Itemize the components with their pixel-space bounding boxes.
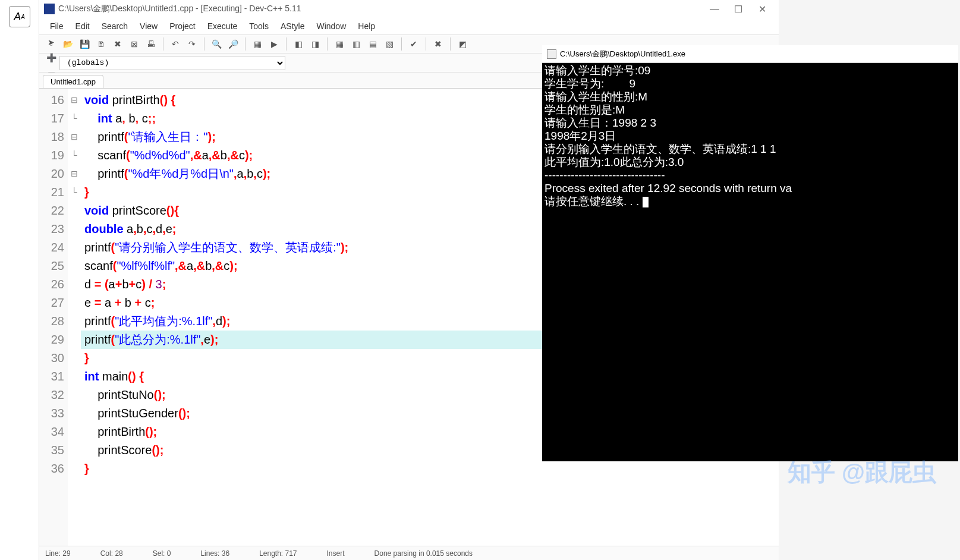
font-size-label: A xyxy=(14,11,21,23)
line-number: 30 xyxy=(39,349,64,367)
line-number: 35 xyxy=(39,441,64,460)
toolbar-separator xyxy=(245,37,245,51)
line-number: 29 xyxy=(39,331,64,349)
window-title: C:\Users\金鹏\Desktop\Untitled1.cpp - [Exe… xyxy=(58,4,301,14)
profile-icon[interactable]: ◩ xyxy=(455,36,470,52)
tab-untitled1[interactable]: Untitled1.cpp xyxy=(43,75,103,88)
menu-file[interactable]: File xyxy=(44,19,70,33)
save-all-icon[interactable]: 🗎 xyxy=(93,36,109,52)
fold-marker[interactable]: ⊟ xyxy=(68,165,81,183)
code-line[interactable]: } xyxy=(84,460,775,478)
line-number: 33 xyxy=(39,404,64,423)
console-line: 请输入生日：1998 2 3 xyxy=(544,117,956,130)
font-size-icon[interactable]: AA xyxy=(9,6,30,27)
find-icon[interactable]: 🔍 xyxy=(209,36,224,52)
console-icon xyxy=(547,49,556,59)
grid3-icon[interactable]: ▤ xyxy=(365,36,380,52)
menu-project[interactable]: Project xyxy=(163,19,202,33)
line-number: 34 xyxy=(39,423,64,441)
close-button[interactable]: ✕ xyxy=(750,0,774,18)
grid1-icon[interactable]: ▦ xyxy=(332,36,347,52)
debug-icon[interactable]: ◧ xyxy=(291,36,306,52)
line-number: 23 xyxy=(39,220,64,238)
toolbar-separator xyxy=(204,37,204,51)
app-icon xyxy=(44,4,55,14)
fold-marker[interactable]: └ xyxy=(68,183,81,202)
run-icon[interactable]: ▶ xyxy=(266,36,282,52)
console-title-text: C:\Users\金鹏\Desktop\Untitled1.exe xyxy=(560,48,685,61)
menu-help[interactable]: Help xyxy=(352,19,381,33)
status-parse: Done parsing in 0.015 seconds xyxy=(374,549,473,558)
replace-icon[interactable]: 🔎 xyxy=(225,36,241,52)
debug-run-icon[interactable]: ◨ xyxy=(307,36,323,52)
save-icon[interactable]: 💾 xyxy=(77,36,92,52)
fold-marker[interactable]: └ xyxy=(68,109,81,128)
grid4-icon[interactable]: ▧ xyxy=(382,36,397,52)
console-line: 此平均值为:1.0此总分为:3.0 xyxy=(544,156,956,169)
toolbar-separator xyxy=(426,37,426,51)
close-icon[interactable]: ✖ xyxy=(110,36,125,52)
menu-edit[interactable]: Edit xyxy=(70,19,96,33)
status-lines: Lines: 36 xyxy=(200,549,229,558)
open-icon[interactable]: 📂 xyxy=(60,36,75,52)
status-mode: Insert xyxy=(327,549,345,558)
console-line: -------------------------------- xyxy=(544,169,956,182)
console-line: 请输入学生的性别:M xyxy=(544,90,956,103)
stop-icon[interactable]: ✖ xyxy=(430,36,446,52)
console-window: C:\Users\金鹏\Desktop\Untitled1.exe 请输入学生的… xyxy=(542,45,958,461)
print-icon[interactable]: 🖶 xyxy=(143,36,159,52)
line-number: 36 xyxy=(39,460,64,478)
menu-execute[interactable]: Execute xyxy=(202,19,244,33)
status-sel: Sel: 0 xyxy=(153,549,171,558)
fold-marker[interactable]: └ xyxy=(68,146,81,165)
line-number: 27 xyxy=(39,294,64,312)
maximize-button[interactable]: ☐ xyxy=(726,0,750,18)
line-number: 28 xyxy=(39,312,64,331)
console-output[interactable]: 请输入学生的学号:09学生学号为: 9请输入学生的性别:M学生的性别是:M请输入… xyxy=(542,63,958,209)
scope-selector[interactable]: (globals) xyxy=(59,56,285,70)
add-bookmark-icon[interactable]: ➕ xyxy=(43,50,59,65)
fold-column[interactable]: ⊟ └⊟ └⊟ └ xyxy=(68,89,81,546)
tab-label: Untitled1.cpp xyxy=(51,77,96,86)
grid2-icon[interactable]: ▥ xyxy=(348,36,364,52)
line-number: 31 xyxy=(39,367,64,386)
toolbar-separator xyxy=(286,37,287,51)
goto-func-icon[interactable]: ➤ xyxy=(43,34,59,50)
menu-tools[interactable]: Tools xyxy=(243,19,275,33)
status-line: Line: 29 xyxy=(45,549,71,558)
status-col: Col: 28 xyxy=(100,549,123,558)
fold-marker[interactable]: ⊟ xyxy=(68,128,81,146)
console-line: 学生的性别是:M xyxy=(544,103,956,117)
line-number: 20 xyxy=(39,165,64,183)
console-line: Process exited after 12.92 seconds with … xyxy=(544,182,956,195)
redo-icon[interactable]: ↷ xyxy=(184,36,200,52)
menubar: FileEditSearchViewProjectExecuteToolsASt… xyxy=(39,18,779,34)
menu-search[interactable]: Search xyxy=(96,19,134,33)
line-number: 32 xyxy=(39,386,64,404)
line-number: 21 xyxy=(39,183,64,202)
menu-view[interactable]: View xyxy=(134,19,163,33)
titlebar: C:\Users\金鹏\Desktop\Untitled1.cpp - [Exe… xyxy=(39,0,779,18)
statusbar: Line: 29 Col: 28 Sel: 0 Lines: 36 Length… xyxy=(39,546,779,560)
console-line: 请输入学生的学号:09 xyxy=(544,64,956,77)
minimize-button[interactable]: — xyxy=(703,0,726,18)
menu-window[interactable]: Window xyxy=(310,19,352,33)
line-number: 26 xyxy=(39,275,64,294)
console-titlebar: C:\Users\金鹏\Desktop\Untitled1.exe xyxy=(542,45,958,63)
menu-astyle[interactable]: AStyle xyxy=(275,19,310,33)
console-line: 1998年2月3日 xyxy=(544,130,956,143)
undo-icon[interactable]: ↶ xyxy=(168,36,183,52)
left-tool-strip: AA xyxy=(0,0,39,560)
status-length: Length: 717 xyxy=(259,549,297,558)
toolbar-separator xyxy=(401,37,402,51)
fold-marker[interactable]: ⊟ xyxy=(68,91,81,109)
line-number: 17 xyxy=(39,109,64,128)
close-all-icon[interactable]: ⊠ xyxy=(127,36,142,52)
toolbar-separator xyxy=(163,37,163,51)
cursor xyxy=(643,197,649,207)
console-line: 学生学号为: 9 xyxy=(544,77,956,90)
line-number: 24 xyxy=(39,238,64,257)
toolbar-separator xyxy=(450,37,451,51)
check-icon[interactable]: ✔ xyxy=(406,36,421,52)
compile-icon[interactable]: ▦ xyxy=(250,36,265,52)
